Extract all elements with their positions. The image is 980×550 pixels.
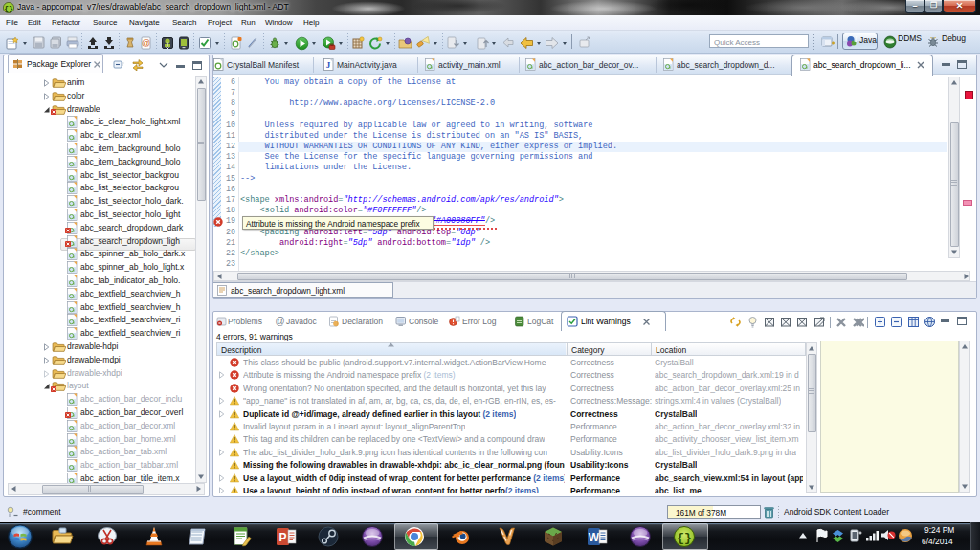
svg-text:P: P <box>278 531 286 544</box>
svg-text:@: @ <box>142 38 150 48</box>
svg-text:{}: {} <box>4 4 13 12</box>
svg-text:{}: {} <box>677 531 692 545</box>
svg-text:W: W <box>589 531 600 544</box>
svg-text:J: J <box>855 35 858 44</box>
svg-text:J: J <box>326 60 331 70</box>
svg-text:@: @ <box>275 316 284 326</box>
